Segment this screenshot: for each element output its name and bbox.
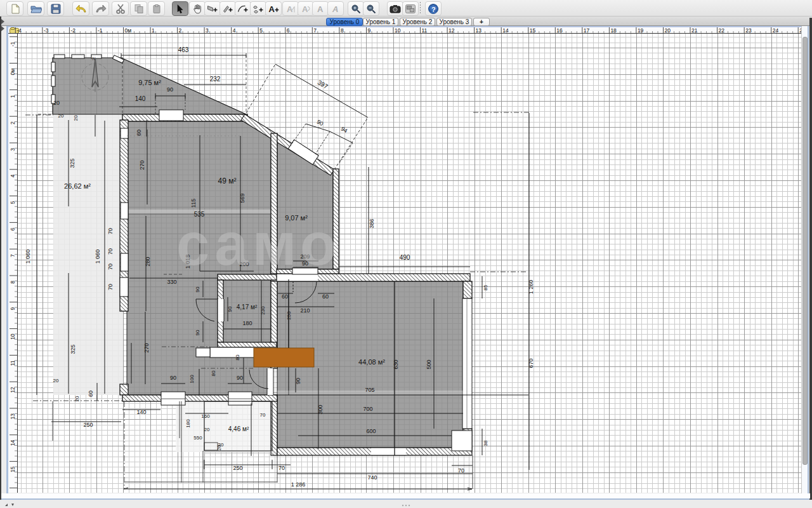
svg-text:160: 160 [201, 413, 210, 419]
svg-text:20: 20 [74, 396, 80, 401]
svg-text:700: 700 [363, 406, 372, 412]
svg-text:250: 250 [233, 465, 242, 471]
svg-text:90: 90 [237, 375, 243, 381]
svg-text:70: 70 [107, 284, 114, 290]
svg-text:20: 20 [216, 444, 222, 450]
svg-text:90: 90 [195, 330, 200, 335]
svg-text:60: 60 [136, 130, 142, 136]
svg-text:1 060: 1 060 [95, 250, 101, 264]
svg-text:569: 569 [239, 193, 246, 203]
svg-text:44,08 м²: 44,08 м² [358, 358, 385, 366]
svg-text:70: 70 [107, 264, 114, 270]
svg-text:230: 230 [260, 306, 266, 315]
svg-text:630: 630 [393, 359, 399, 369]
svg-text:740: 740 [367, 474, 377, 481]
svg-text:60: 60 [322, 293, 329, 300]
svg-text:140: 140 [136, 409, 146, 415]
svg-text:600: 600 [366, 428, 376, 434]
svg-text:500: 500 [426, 359, 432, 369]
svg-text:90: 90 [227, 306, 233, 312]
svg-text:20: 20 [53, 378, 59, 384]
svg-text:20: 20 [53, 100, 60, 106]
svg-text:300: 300 [317, 404, 324, 414]
svg-text:270: 270 [143, 343, 150, 352]
svg-text:70: 70 [107, 228, 114, 234]
svg-text:705: 705 [365, 387, 374, 393]
svg-text:60: 60 [88, 391, 94, 397]
svg-text:250: 250 [83, 422, 93, 428]
svg-text:550: 550 [193, 435, 202, 441]
svg-text:80: 80 [235, 354, 240, 360]
svg-text:280: 280 [145, 257, 151, 266]
svg-text:250: 250 [286, 311, 292, 320]
svg-text:90: 90 [167, 86, 173, 93]
svg-text:1 060: 1 060 [25, 250, 31, 264]
svg-text:90: 90 [170, 375, 176, 381]
svg-text:100: 100 [189, 375, 195, 384]
svg-text:210: 210 [300, 307, 310, 314]
svg-text:90: 90 [195, 286, 200, 292]
svg-text:4,17 м²: 4,17 м² [237, 304, 258, 311]
svg-text:115: 115 [190, 199, 197, 208]
svg-text:70: 70 [458, 467, 464, 474]
svg-text:70: 70 [278, 465, 285, 471]
svg-text:386: 386 [369, 218, 375, 228]
svg-text:270: 270 [139, 160, 145, 170]
svg-text:26,62 м²: 26,62 м² [64, 182, 91, 190]
svg-text:N: N [92, 57, 95, 61]
svg-text:38: 38 [483, 440, 488, 446]
svg-text:70: 70 [260, 412, 266, 418]
svg-text:60: 60 [282, 293, 288, 300]
svg-text:670: 670 [528, 358, 534, 368]
svg-text:70: 70 [107, 248, 114, 255]
svg-text:85: 85 [483, 284, 488, 290]
svg-text:само: само [176, 211, 341, 277]
svg-text:20: 20 [58, 113, 64, 119]
svg-text:80: 80 [211, 370, 216, 376]
svg-text:325: 325 [69, 158, 75, 168]
svg-text:140: 140 [135, 95, 146, 102]
svg-text:9,75 м²: 9,75 м² [138, 79, 161, 86]
svg-text:325: 325 [70, 344, 76, 354]
svg-text:20: 20 [204, 427, 210, 432]
svg-text:20: 20 [73, 115, 79, 121]
svg-text:49 м²: 49 м² [218, 177, 237, 185]
svg-text:1 286: 1 286 [291, 481, 306, 488]
svg-text:180: 180 [185, 419, 191, 428]
svg-text:490: 490 [400, 254, 410, 261]
svg-text:463: 463 [178, 46, 189, 53]
svg-text:1 260: 1 260 [528, 280, 534, 295]
svg-text:232: 232 [210, 76, 221, 83]
svg-text:330: 330 [167, 279, 176, 285]
svg-text:180: 180 [242, 320, 252, 326]
svg-text:4,46 м²: 4,46 м² [228, 425, 249, 432]
